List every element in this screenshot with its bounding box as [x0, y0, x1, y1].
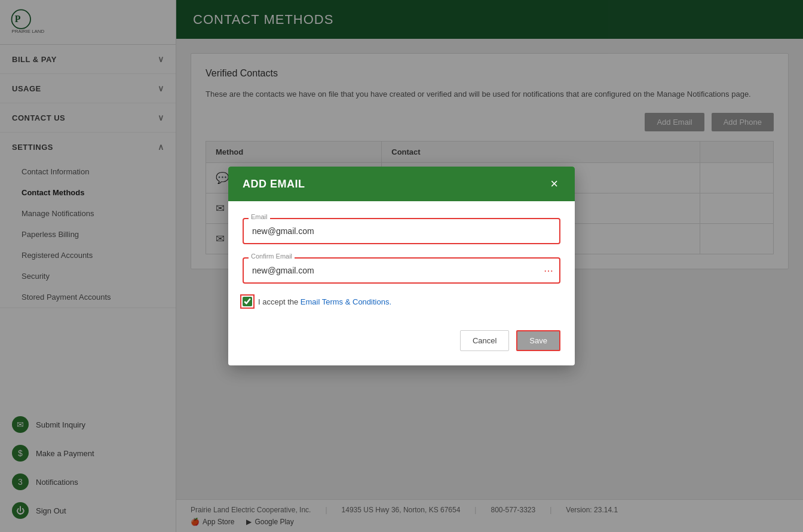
email-input[interactable] [243, 218, 560, 244]
modal-body: Email Confirm Email ⋯ I accept the Email… [228, 201, 575, 323]
modal-title: ADD EMAIL [243, 178, 305, 190]
modal-footer: Cancel Save [228, 323, 575, 365]
email-label: Email [249, 213, 270, 220]
terms-checkbox-row: I accept the Email Terms & Conditions. [243, 297, 560, 306]
confirm-email-input[interactable] [243, 257, 560, 284]
modal-header: ADD EMAIL × [228, 167, 575, 201]
confirm-email-label: Confirm Email [249, 253, 295, 260]
terms-label: I accept the Email Terms & Conditions. [258, 297, 391, 306]
error-icon: ⋯ [544, 265, 553, 276]
modal-close-button[interactable]: × [548, 177, 560, 190]
modal-overlay[interactable]: ADD EMAIL × Email Confirm Email ⋯ I acce… [0, 0, 803, 532]
add-email-modal: ADD EMAIL × Email Confirm Email ⋯ I acce… [228, 167, 575, 365]
terms-checkbox[interactable] [243, 297, 252, 306]
confirm-email-field-group: Confirm Email ⋯ [243, 257, 560, 284]
cancel-button[interactable]: Cancel [460, 330, 509, 351]
email-field-group: Email [243, 218, 560, 244]
terms-link[interactable]: Email Terms & Conditions. [301, 297, 391, 306]
save-button[interactable]: Save [516, 330, 560, 351]
